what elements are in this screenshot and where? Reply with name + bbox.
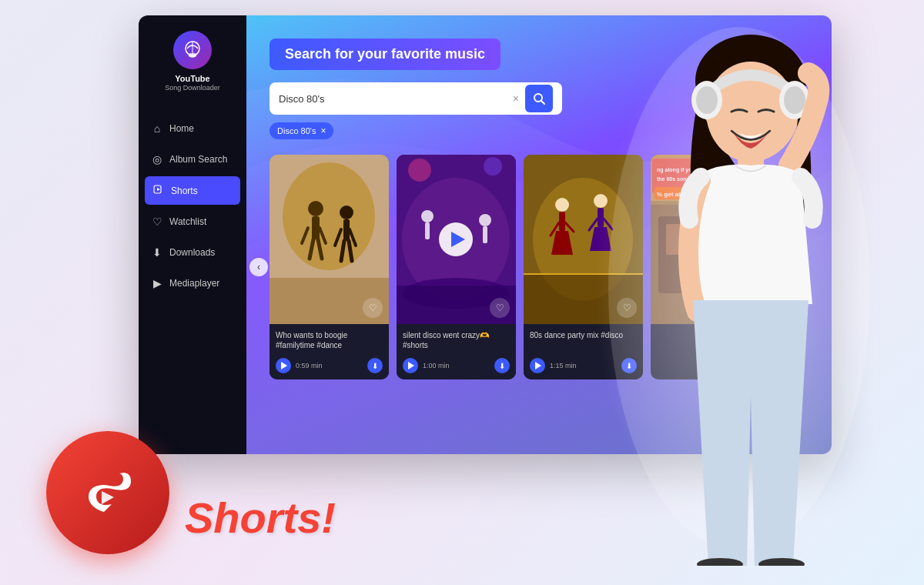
- person-figure: [601, 12, 878, 566]
- duration-1: 0:59 min: [296, 362, 363, 369]
- home-icon: ⌂: [151, 122, 163, 135]
- shorts-title-label: Shorts!: [185, 493, 336, 543]
- sidebar-item-home[interactable]: ⌂ Home: [139, 115, 246, 142]
- play-triangle-1: [281, 362, 287, 369]
- download-button-1[interactable]: ⬇: [367, 358, 383, 373]
- sidebar-item-home-label: Home: [169, 123, 194, 134]
- video-controls-1: 0:59 min ⬇: [276, 358, 383, 373]
- video-info-1: Who wants to boogie #familytime #dance 0…: [270, 324, 389, 379]
- search-button[interactable]: [525, 85, 553, 112]
- shorts-badge: [46, 431, 169, 554]
- sidebar-item-watchlist[interactable]: ♡ Watchlist: [139, 208, 246, 236]
- play-overlay-1: [270, 155, 389, 324]
- svg-point-28: [479, 214, 491, 226]
- sidebar-item-downloads[interactable]: ⬇ Downloads: [139, 239, 246, 266]
- play-triangle-2: [408, 362, 414, 369]
- sidebar-item-watchlist-label: Watchlist: [169, 216, 206, 227]
- play-button-1[interactable]: [276, 358, 291, 373]
- video-info-2: silent disco went crazy🫶 #shorts 1:00 mi…: [397, 324, 516, 379]
- sidebar-item-downloads-label: Downloads: [169, 247, 215, 258]
- duration-2: 1:00 min: [423, 362, 490, 369]
- sidebar-item-album-search-label: Album Search: [169, 154, 227, 165]
- shorts-svg: [77, 462, 139, 523]
- play-triangle-3: [535, 362, 541, 369]
- search-tag[interactable]: Disco 80's ×: [270, 122, 333, 139]
- mediaplayer-icon: ▶: [151, 277, 163, 289]
- video-fav-2[interactable]: ♡: [490, 298, 510, 318]
- svg-rect-35: [559, 212, 565, 231]
- svg-rect-27: [425, 222, 430, 239]
- sidebar-item-shorts[interactable]: Shorts: [145, 176, 240, 205]
- download-button-2[interactable]: ⬇: [494, 358, 510, 373]
- video-controls-2: 1:00 min ⬇: [403, 358, 510, 373]
- svg-point-22: [408, 159, 431, 182]
- shorts-icon: [152, 184, 165, 197]
- app-title: YouTube: [175, 74, 209, 84]
- search-magnifier-icon: [533, 92, 545, 105]
- play-button-3[interactable]: [530, 358, 545, 373]
- sidebar-item-mediaplayer[interactable]: ▶ Mediaplayer: [139, 269, 246, 297]
- video-thumb-2: ♡: [397, 155, 516, 324]
- svg-line-4: [541, 101, 544, 104]
- svg-rect-29: [483, 226, 487, 243]
- play-button-2[interactable]: [403, 358, 418, 373]
- search-tag-close[interactable]: ×: [320, 125, 326, 136]
- carousel-prev-button[interactable]: ‹: [249, 258, 268, 276]
- watchlist-icon: ♡: [151, 216, 163, 228]
- search-bar: ×: [270, 82, 562, 115]
- logo-icon: [173, 31, 212, 69]
- album-search-icon: ◎: [151, 153, 163, 165]
- svg-point-34: [555, 198, 569, 212]
- video-card-2: ♡ silent disco went crazy🫶 #shorts 1:00 …: [397, 155, 516, 379]
- downloads-icon: ⬇: [151, 246, 163, 259]
- svg-marker-57: [102, 491, 114, 504]
- svg-point-65: [784, 86, 805, 114]
- app-subtitle: Song Downloader: [165, 84, 220, 92]
- logo-area: YouTube Song Downloader: [165, 31, 220, 92]
- search-input[interactable]: [279, 93, 507, 105]
- sidebar: YouTube Song Downloader ⌂ Home ◎ Album S…: [139, 15, 246, 454]
- video-title-1: Who wants to boogie #familytime #dance: [276, 330, 383, 352]
- video-card-1: ♡ Who wants to boogie #familytime #dance…: [270, 155, 389, 379]
- search-title: Search for your favorite music: [270, 38, 500, 70]
- svg-point-63: [696, 86, 718, 114]
- video-thumb-1: ♡: [270, 155, 389, 324]
- video-title-2: silent disco went crazy🫶 #shorts: [403, 330, 510, 352]
- sidebar-item-album-search[interactable]: ◎ Album Search: [139, 145, 246, 173]
- svg-point-26: [421, 210, 434, 222]
- svg-point-23: [484, 157, 502, 176]
- person-svg: [601, 12, 878, 566]
- search-tag-label: Disco 80's: [277, 126, 316, 135]
- sidebar-item-shorts-label: Shorts: [171, 186, 198, 196]
- search-clear-button[interactable]: ×: [513, 92, 519, 105]
- nav-menu: ⌂ Home ◎ Album Search Shorts ♡: [139, 115, 246, 297]
- shorts-logo-icon: [73, 458, 142, 527]
- sidebar-item-mediaplayer-label: Mediaplayer: [169, 278, 219, 289]
